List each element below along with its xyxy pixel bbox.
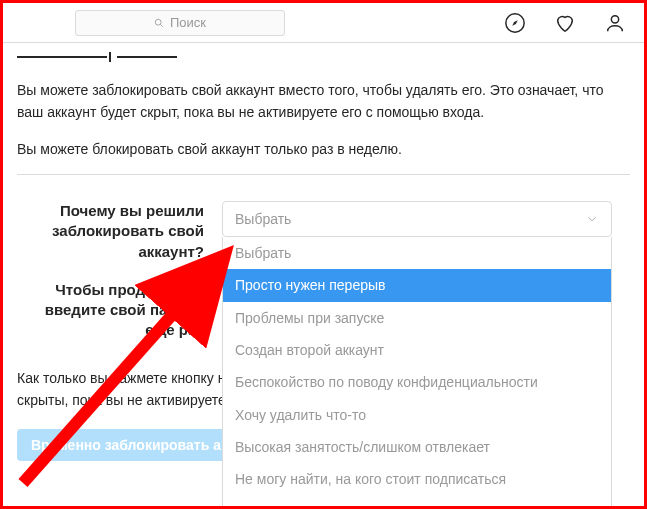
dropdown-option[interactable]: Беспокойство по поводу конфиденциальност…	[223, 366, 611, 398]
nav-icons	[504, 12, 626, 34]
svg-line-1	[160, 24, 163, 27]
svg-point-4	[611, 15, 618, 22]
svg-marker-3	[512, 20, 518, 26]
profile-icon[interactable]	[604, 12, 626, 34]
svg-rect-6	[109, 52, 111, 62]
info-paragraph-1: Вы можете заблокировать свой аккаунт вме…	[17, 79, 630, 124]
reason-label: Почему вы решили заблокировать свой акка…	[17, 201, 222, 262]
search-placeholder: Поиск	[170, 15, 206, 30]
password-label: Чтобы продолжить, введите свой пароль ещ…	[17, 280, 222, 341]
search-icon	[154, 18, 164, 28]
reason-dropdown: ВыбратьПросто нужен перерывПроблемы при …	[222, 237, 612, 509]
dropdown-option[interactable]: Не могу найти, на кого стоит подписаться	[223, 463, 611, 495]
heart-icon[interactable]	[554, 12, 576, 34]
dropdown-option[interactable]: Хочу удалить что-то	[223, 399, 611, 431]
explore-icon[interactable]	[504, 12, 526, 34]
top-bar: Поиск	[3, 3, 644, 43]
dropdown-option[interactable]: Создан второй аккаунт	[223, 334, 611, 366]
dropdown-option[interactable]: Высокая занятость/слишком отвлекает	[223, 431, 611, 463]
dropdown-option[interactable]: Слишком много рекламы	[223, 496, 611, 509]
page-heading-truncated	[17, 49, 630, 65]
search-input[interactable]: Поиск	[75, 10, 285, 36]
reason-select[interactable]: Выбрать	[222, 201, 612, 237]
svg-rect-5	[17, 56, 107, 58]
dropdown-option[interactable]: Выбрать	[223, 237, 611, 269]
dropdown-option[interactable]: Проблемы при запуске	[223, 302, 611, 334]
divider	[17, 174, 630, 175]
svg-rect-7	[117, 56, 177, 58]
dropdown-option[interactable]: Просто нужен перерыв	[223, 269, 611, 301]
chevron-down-icon	[585, 212, 599, 226]
select-placeholder: Выбрать	[235, 211, 291, 227]
svg-point-0	[155, 19, 161, 25]
info-paragraph-2: Вы можете блокировать свой аккаунт тольк…	[17, 138, 630, 160]
